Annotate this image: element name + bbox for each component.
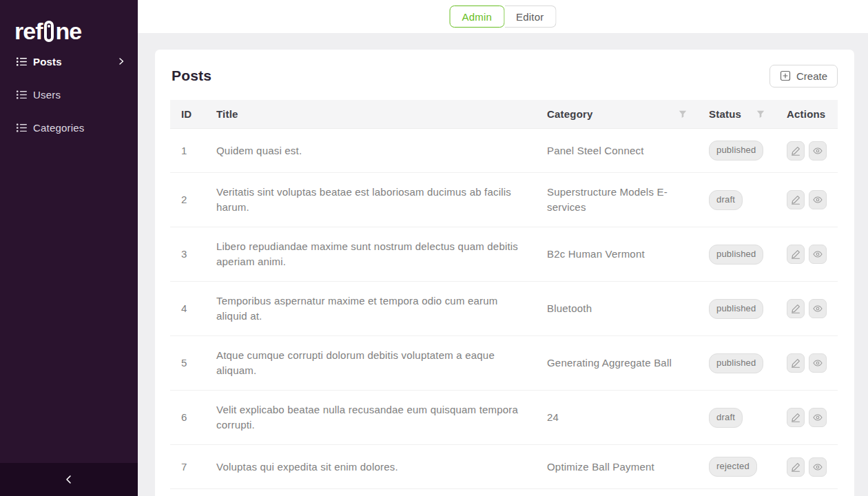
role-segment-admin[interactable]: Admin [450, 6, 505, 28]
show-button[interactable] [809, 408, 827, 427]
role-segment-label: Admin [462, 11, 493, 23]
cell-status: draft [698, 391, 776, 445]
cell-status: published [698, 227, 776, 282]
eye-icon [813, 413, 823, 422]
logo-i-dot [48, 25, 50, 28]
cell-title: Voluptas qui expedita sit enim dolores. [205, 445, 536, 489]
filter-funnel-icon[interactable] [679, 110, 687, 118]
cell-status: published [698, 129, 776, 173]
refine-logo[interactable]: ref ne [0, 0, 138, 43]
table-row: 3 Libero repudiandae maxime sunt nostrum… [170, 227, 838, 282]
cell-id [170, 489, 205, 496]
logo-text-left: ref [14, 19, 42, 43]
edit-button[interactable] [787, 141, 805, 161]
cell-actions [776, 173, 838, 227]
filter-funnel-icon[interactable] [756, 110, 765, 118]
logo-text-right: ne [55, 19, 81, 43]
card-header: Posts Create [170, 63, 838, 88]
eye-icon [813, 304, 823, 313]
edit-pencil-icon [791, 249, 800, 259]
cell-id: 1 [170, 129, 205, 173]
unordered-list-icon [17, 56, 27, 67]
table-row: 5 Atque cumque corrupti dolorum debitis … [170, 336, 838, 391]
sidebar-item-label: Categories [33, 122, 125, 134]
column-header-status: Status [698, 100, 776, 129]
cell-id: 7 [170, 445, 205, 489]
sidebar-item-label: Users [33, 89, 125, 101]
column-header-category: Category [536, 100, 698, 129]
cell-category: Optimize Ball Payment [536, 445, 698, 489]
cell-title: Quidem quasi est. [205, 129, 536, 173]
unordered-list-icon [17, 90, 27, 100]
sidebar-collapse-button[interactable] [0, 463, 138, 496]
posts-card: Posts Create ID Title Category [155, 50, 854, 496]
column-header-actions: Actions [776, 100, 838, 129]
cell-actions [776, 129, 838, 173]
cell-actions [776, 391, 838, 445]
cell-category: Superstructure Models E-services [536, 173, 698, 227]
cell-title: Veritatis sint voluptas beatae est labor… [205, 173, 536, 227]
posts-table: ID Title Category Status Actions 1 Quide… [170, 100, 838, 496]
sidebar-item-categories[interactable]: Categories [0, 111, 138, 144]
status-badge: rejected [709, 457, 757, 477]
column-header-label: Title [216, 108, 238, 120]
edit-pencil-icon [791, 195, 800, 205]
cell-actions [776, 489, 838, 496]
table-header: ID Title Category Status Actions [170, 100, 838, 129]
show-button[interactable] [809, 353, 827, 373]
cell-id: 3 [170, 227, 205, 282]
cell-actions [776, 445, 838, 489]
edit-button[interactable] [787, 245, 805, 264]
edit-pencil-icon [791, 358, 800, 368]
sidebar-item-posts[interactable]: Posts [0, 45, 138, 78]
cell-id: 6 [170, 391, 205, 445]
sidebar-menu: Posts Users Categories [0, 45, 138, 144]
sidebar-item-users[interactable]: Users [0, 78, 138, 111]
column-header-id: ID [170, 100, 205, 129]
topbar: Admin Editor [138, 0, 868, 33]
cell-actions [776, 336, 838, 391]
table-row: 7 Voluptas qui expedita sit enim dolores… [170, 445, 838, 489]
cell-id: 5 [170, 336, 205, 391]
show-button[interactable] [809, 190, 827, 209]
column-header-title: Title [205, 100, 536, 129]
show-button[interactable] [809, 299, 827, 318]
cell-status: published [698, 336, 776, 391]
chevron-right-icon [117, 57, 125, 65]
sidebar: ref ne Posts Users Categories [0, 0, 138, 496]
cell-actions [776, 282, 838, 336]
eye-icon [813, 195, 823, 205]
table-row: 4 Temporibus aspernatur maxime et tempor… [170, 282, 838, 336]
eye-icon [813, 462, 823, 472]
edit-button[interactable] [787, 408, 805, 427]
cell-id: 2 [170, 173, 205, 227]
cell-title [205, 489, 536, 496]
show-button[interactable] [809, 245, 827, 264]
edit-button[interactable] [787, 299, 805, 318]
edit-button[interactable] [787, 353, 805, 373]
plus-square-icon [780, 70, 791, 81]
edit-button[interactable] [787, 457, 805, 477]
edit-button[interactable] [787, 190, 805, 209]
edit-pencil-icon [791, 413, 800, 422]
edit-pencil-icon [791, 462, 800, 472]
show-button[interactable] [809, 141, 827, 161]
cell-title: Atque cumque corrupti dolorum debitis vo… [205, 336, 536, 391]
role-segment-editor[interactable]: Editor [504, 6, 556, 28]
cell-category: B2c Human Vermont [536, 227, 698, 282]
cell-title: Temporibus aspernatur maxime et tempora … [205, 282, 536, 336]
table-row: 6 Velit explicabo beatae nulla recusanda… [170, 391, 838, 445]
cell-title: Velit explicabo beatae nulla recusandae … [205, 391, 536, 445]
page-title: Posts [170, 68, 211, 84]
unordered-list-icon [17, 123, 27, 133]
cell-id: 4 [170, 282, 205, 336]
column-header-label: Category [547, 108, 593, 120]
show-button[interactable] [809, 457, 827, 477]
table-body: 1 Quidem quasi est. Panel Steel Connect … [170, 129, 838, 496]
status-badge: draft [709, 408, 743, 428]
column-header-label: ID [181, 108, 192, 120]
logo-i-glyph [44, 21, 54, 42]
cell-status: rejected [698, 445, 776, 489]
cell-category: Intelligent Dynamic [536, 489, 698, 496]
create-button[interactable]: Create [769, 65, 838, 87]
